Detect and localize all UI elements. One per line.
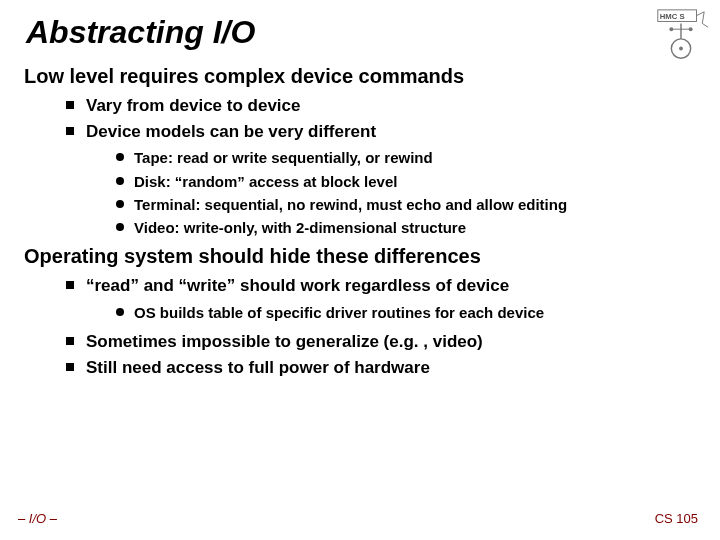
list-item: “read” and “write” should work regardles… xyxy=(66,274,696,324)
list-item-label: Device models can be very different xyxy=(86,122,376,141)
slide: HMC S Abstracting I/O Low level requires… xyxy=(0,0,720,540)
list-subitem: OS builds table of specific driver routi… xyxy=(116,301,696,324)
list-item: Vary from device to device xyxy=(66,94,696,119)
college-logo-icon: HMC S xyxy=(652,6,710,64)
list-subitem: Video: write-only, with 2-dimensional st… xyxy=(116,216,696,239)
list-item: Sometimes impossible to generalize (e.g.… xyxy=(66,330,696,355)
list-subitem: Terminal: sequential, no rewind, must ec… xyxy=(116,193,696,216)
section-2-sublist: OS builds table of specific driver routi… xyxy=(86,301,696,324)
list-subitem: Disk: “random” access at block level xyxy=(116,170,696,193)
section-heading-1: Low level requires complex device comman… xyxy=(24,65,696,88)
section-2-list: “read” and “write” should work regardles… xyxy=(24,274,696,380)
svg-point-7 xyxy=(689,27,693,31)
list-subitem: Tape: read or write sequentially, or rew… xyxy=(116,146,696,169)
list-item-label: “read” and “write” should work regardles… xyxy=(86,276,509,295)
footer-left: – I/O – xyxy=(18,511,57,526)
list-item: Device models can be very different Tape… xyxy=(66,120,696,240)
list-item: Still need access to full power of hardw… xyxy=(66,356,696,381)
slide-title: Abstracting I/O xyxy=(26,14,696,51)
section-heading-2: Operating system should hide these diffe… xyxy=(24,245,696,268)
section-1-list: Vary from device to device Device models… xyxy=(24,94,696,239)
section-1-sublist: Tape: read or write sequentially, or rew… xyxy=(86,146,696,239)
svg-text:HMC  S: HMC S xyxy=(660,12,685,21)
svg-point-6 xyxy=(669,27,673,31)
footer-right: CS 105 xyxy=(655,511,698,526)
svg-point-3 xyxy=(679,47,683,51)
